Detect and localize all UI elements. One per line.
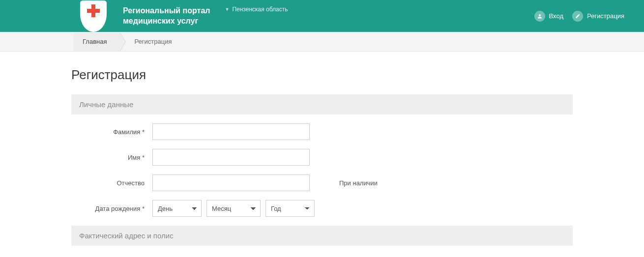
- name-input[interactable]: [152, 149, 310, 166]
- page-title: Регистрация: [71, 67, 573, 83]
- top-bar: Региональный портал медицинских услуг ▼ …: [0, 0, 644, 32]
- site-brand: Региональный портал медицинских услуг: [123, 6, 210, 27]
- row-patronymic: Отчество При наличии: [71, 174, 573, 191]
- main-content: Регистрация Личные данные Фамилия * Имя …: [71, 67, 573, 257]
- section-address-header: Фактический адрес и полис: [71, 226, 573, 246]
- section-personal-header: Личные данные: [71, 94, 573, 114]
- shield-icon: [80, 0, 107, 32]
- pencil-icon: [572, 11, 583, 22]
- red-cross-icon: [87, 4, 100, 17]
- register-label: Регистрация: [587, 12, 624, 20]
- logo[interactable]: [74, 0, 113, 32]
- brand-line-2: медицинских услуг: [123, 16, 210, 27]
- surname-label: Фамилия *: [71, 128, 152, 136]
- patronymic-label: Отчество: [71, 179, 152, 187]
- svg-point-0: [539, 14, 541, 16]
- top-actions: Вход Регистрация: [534, 11, 624, 22]
- region-selector[interactable]: ▼ Пензенская область: [225, 6, 288, 13]
- row-surname: Фамилия *: [71, 123, 573, 140]
- region-name: Пензенская область: [232, 6, 288, 13]
- breadcrumb-home[interactable]: Главная: [74, 32, 119, 51]
- login-link[interactable]: Вход: [534, 11, 563, 22]
- dob-month-select[interactable]: Месяц: [206, 200, 261, 217]
- dob-day-select[interactable]: День: [152, 200, 202, 217]
- patronymic-hint: При наличии: [339, 179, 378, 187]
- breadcrumb-home-label: Главная: [83, 38, 107, 45]
- brand-line-1: Региональный портал: [123, 6, 210, 16]
- surname-input[interactable]: [152, 123, 310, 140]
- name-label: Имя *: [71, 154, 152, 161]
- breadcrumb: Главная Регистрация: [0, 32, 644, 52]
- user-icon: [534, 11, 545, 22]
- login-label: Вход: [549, 12, 563, 20]
- register-link[interactable]: Регистрация: [572, 11, 624, 22]
- breadcrumb-current: Регистрация: [119, 32, 184, 51]
- patronymic-input[interactable]: [152, 174, 310, 191]
- dob-label: Дата рождения *: [71, 205, 152, 212]
- row-name: Имя *: [71, 149, 573, 166]
- row-dob: Дата рождения * День Месяц Год: [71, 200, 573, 217]
- breadcrumb-current-label: Регистрация: [134, 38, 172, 45]
- dob-year-select[interactable]: Год: [265, 200, 315, 217]
- caret-down-icon: ▼: [225, 7, 230, 12]
